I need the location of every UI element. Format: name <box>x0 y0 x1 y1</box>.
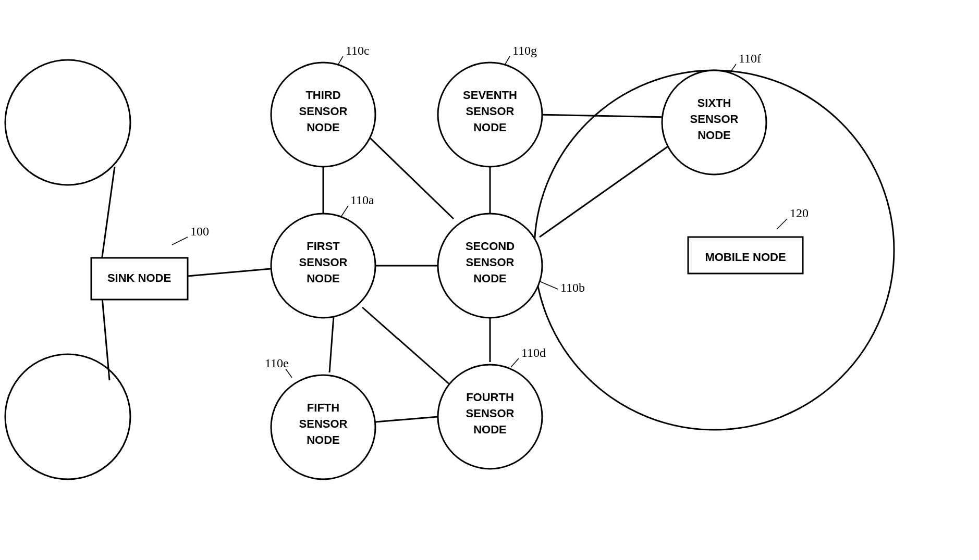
sixth-sensor-label-2: SENSOR <box>690 113 739 126</box>
second-sensor-label-2: SENSOR <box>466 256 515 269</box>
first-sensor-label-1: FIRST <box>307 240 340 253</box>
fifth-sensor-label-1: FIFTH <box>307 401 339 414</box>
sixth-sensor-label-1: SIXTH <box>697 96 731 109</box>
seventh-sensor-label-2: SENSOR <box>466 105 515 118</box>
fifth-sensor-label-3: NODE <box>307 433 340 446</box>
ref-100: 100 <box>190 225 209 238</box>
ref-110f: 110f <box>739 52 761 65</box>
second-sensor-label-1: SECOND <box>466 240 515 253</box>
ref-110c: 110c <box>346 44 370 57</box>
sink-node-label: SINK NODE <box>107 271 171 284</box>
third-sensor-label-3: NODE <box>307 121 340 134</box>
ref-110a: 110a <box>350 193 374 207</box>
ref-110e: 110e <box>265 356 289 370</box>
mobile-node-label: MOBILE NODE <box>705 251 786 264</box>
fourth-sensor-label-3: NODE <box>473 423 507 436</box>
third-sensor-label-1: THIRD <box>305 89 340 102</box>
ref-110b: 110b <box>560 281 585 294</box>
ref-110g: 110g <box>512 44 537 57</box>
fourth-sensor-label-1: FOURTH <box>466 391 514 404</box>
fifth-sensor-label-2: SENSOR <box>299 417 348 430</box>
ref-120: 120 <box>790 206 809 220</box>
fourth-sensor-label-2: SENSOR <box>466 407 515 420</box>
first-sensor-label-2: SENSOR <box>299 256 348 269</box>
seventh-sensor-label-3: NODE <box>473 121 507 134</box>
second-sensor-label-3: NODE <box>473 272 507 285</box>
first-sensor-label-3: NODE <box>307 272 340 285</box>
seventh-sensor-label-1: SEVENTH <box>463 89 517 102</box>
sixth-sensor-label-3: NODE <box>697 129 731 142</box>
ref-110d: 110d <box>521 346 546 359</box>
third-sensor-label-2: SENSOR <box>299 105 348 118</box>
